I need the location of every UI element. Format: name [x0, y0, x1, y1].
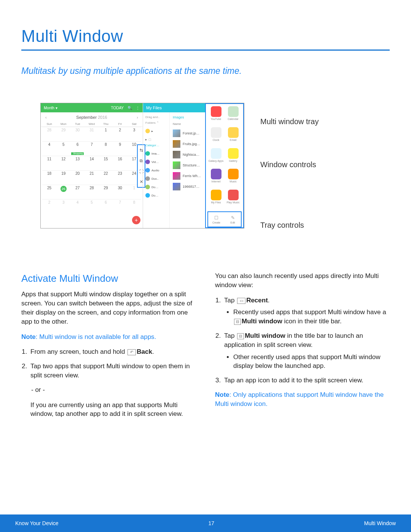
step-2: Tap two apps that support Multi window t…: [29, 362, 196, 419]
title-rule: [21, 50, 390, 51]
chevron-left-icon: ‹: [45, 115, 47, 120]
search-icon: 🔍: [127, 106, 132, 110]
calendar-today-label: TODAY: [111, 106, 124, 110]
calendar-month-label: September: [76, 115, 97, 120]
intro-paragraph: Apps that support Multi window display t…: [21, 290, 196, 326]
left-column: Activate Multi Window Apps that support …: [21, 272, 196, 425]
back-icon: ↶: [127, 349, 136, 355]
illustration-row: Month ▾ TODAY 🔍 ⋮ ‹ September2016 › SunM…: [40, 103, 390, 230]
multi-window-tray-box: YouTubeCalendarClockEmailGalaxy AppsGall…: [205, 103, 244, 228]
recent-icon: ▭: [237, 298, 245, 304]
c2-step-2-bullet: Other recently used apps that support Mu…: [233, 353, 390, 371]
edit-icon: ✎: [231, 215, 235, 220]
more-icon: ⋮: [136, 106, 140, 110]
c2-step-1: Tap ▭Recent. Recently used apps that sup…: [223, 296, 390, 326]
footer-left: Know Your Device: [15, 520, 59, 526]
note-2: Note: Only applications that support Mul…: [215, 390, 390, 409]
c2-step-3: Tap an app icon to add it to the split s…: [223, 376, 390, 385]
multiwindow-icon: ⊟: [234, 319, 241, 325]
c2-step-1-bullet: Recently used apps that support Multi wi…: [233, 308, 390, 326]
multiwindow-icon: ⊟: [237, 333, 244, 339]
page-footer: Know Your Device 17 Multi Window: [0, 514, 411, 532]
add-fab: +: [132, 216, 140, 224]
callout-controls: Window controls: [251, 160, 319, 169]
footer-right: Multi Window: [364, 520, 396, 526]
calendar-day-headers: SunMonTueWedThuFriSat: [41, 122, 143, 127]
chevron-right-icon: ›: [137, 115, 138, 120]
illustration-frame: Month ▾ TODAY 🔍 ⋮ ‹ September2016 › SunM…: [40, 103, 244, 228]
or-separator: - or -: [31, 385, 196, 395]
content-columns: Activate Multi Window Apps that support …: [21, 272, 390, 425]
col2-intro: You can also launch recently used apps d…: [215, 272, 390, 290]
calendar-year-label: 2016: [98, 115, 107, 120]
callouts: Multi window tray Window controls Tray c…: [251, 103, 319, 230]
right-column: You can also launch recently used apps d…: [215, 272, 390, 425]
section-heading: Activate Multi Window: [21, 272, 196, 285]
calendar-app: Month ▾ TODAY 🔍 ⋮ ‹ September2016 › SunM…: [41, 103, 143, 228]
page-subtitle: Multitask by using multiple applications…: [21, 66, 390, 76]
callout-trayctrl: Tray controls: [251, 221, 319, 230]
footer-page-number: 17: [208, 520, 214, 526]
calendar-month-dropdown: Month ▾: [44, 106, 57, 110]
step-2-alt: If you are currently using an app that s…: [30, 401, 196, 419]
note-1: Note: Multi window is not available for …: [21, 332, 196, 342]
c2-step-2: Tap ⊟Multi window in the title bar to la…: [223, 331, 390, 371]
step-1: From any screen, touch and hold ↶Back.: [29, 347, 196, 356]
callout-tray: Multi window tray: [251, 117, 319, 126]
calendar-grid: 28293031123456Shopping789101112131415161…: [41, 127, 143, 214]
create-icon: ☐: [214, 215, 218, 220]
page-title: Multi Window: [21, 27, 390, 46]
tray-controls-box: ☐Create ✎Edit: [207, 211, 242, 227]
